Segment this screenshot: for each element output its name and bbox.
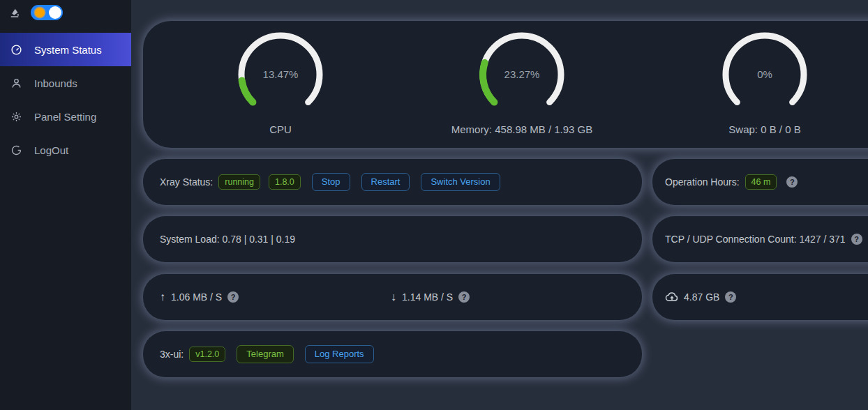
app-version-card: 3x-ui: v1.2.0 Telegram Log Reports: [143, 331, 642, 377]
xray-version-tag: 1.8.0: [269, 174, 301, 190]
cpu-gauge-label: CPU: [176, 123, 385, 135]
theme-color-icon: [8, 6, 21, 19]
dark-theme-toggle[interactable]: [31, 5, 63, 20]
cpu-gauge: 13.47% CPU: [176, 29, 385, 135]
user-icon: [10, 77, 22, 89]
stop-button[interactable]: Stop: [312, 173, 350, 191]
upload-arrow-icon: ↑: [160, 291, 165, 303]
operation-hours-card: Operation Hours: 46 m: [652, 159, 868, 205]
memory-gauge: 23.27% Memory: 458.98 MB / 1.93 GB: [417, 29, 627, 135]
logout-icon: [10, 144, 22, 156]
sidebar: System Status Inbounds Panel Setting: [0, 0, 131, 410]
toggle-knob: [49, 6, 61, 19]
network-speed-card: ↑ 1.06 MB / S ↓ 1.14 MB / S: [143, 274, 642, 320]
sidebar-item-logout[interactable]: LogOut: [0, 133, 131, 167]
gear-icon: [10, 111, 22, 123]
sun-icon: [35, 8, 45, 17]
swap-gauge-label: Swap: 0 B / 0 B: [660, 123, 868, 135]
download-arrow-icon: ↓: [391, 291, 396, 303]
main-content: 13.47% CPU 23.27% Memory: 458.98 MB / 1.…: [131, 0, 868, 410]
system-load-text: System Load: 0.78 | 0.31 | 0.19: [160, 234, 295, 245]
telegram-button[interactable]: Telegram: [237, 345, 293, 363]
download-speed-group: ↓ 1.14 MB / S: [391, 291, 470, 303]
total-traffic-text: 4.87 GB: [684, 291, 719, 303]
sidebar-item-label: System Status: [34, 44, 102, 56]
switch-version-button[interactable]: Switch Version: [421, 173, 500, 191]
operation-hours-tag: 46 m: [745, 174, 777, 190]
connection-count-card: TCP / UDP Connection Count: 1427 / 371: [652, 216, 868, 262]
gauges-card: 13.47% CPU 23.27% Memory: 458.98 MB / 1.…: [143, 21, 868, 148]
sidebar-item-label: LogOut: [34, 144, 68, 156]
xray-status-label: Xray Status:: [160, 176, 213, 188]
sidebar-item-label: Inbounds: [34, 77, 77, 89]
swap-gauge-value: 0%: [719, 68, 810, 80]
theme-row: [0, 0, 131, 26]
app-version-tag: v1.2.0: [189, 347, 225, 362]
cpu-gauge-value: 13.47%: [235, 68, 326, 80]
sidebar-nav: System Status Inbounds Panel Setting: [0, 33, 131, 167]
cloud-upload-icon: [665, 290, 679, 304]
memory-gauge-label: Memory: 458.98 MB / 1.93 GB: [417, 123, 627, 135]
total-traffic-help-icon[interactable]: [725, 291, 736, 303]
restart-button[interactable]: Restart: [361, 173, 410, 191]
xray-running-tag: running: [218, 174, 260, 190]
log-reports-button[interactable]: Log Reports: [305, 345, 374, 363]
total-traffic-card: 4.87 GB: [652, 274, 868, 320]
upload-speed-help-icon[interactable]: [227, 291, 239, 303]
download-speed-help-icon[interactable]: [458, 291, 470, 303]
connection-count-text: TCP / UDP Connection Count: 1427 / 371: [665, 234, 846, 245]
xray-status-card: Xray Status: running 1.8.0 Stop Restart …: [143, 159, 642, 205]
system-load-card: System Load: 0.78 | 0.31 | 0.19: [143, 216, 642, 262]
sidebar-item-label: Panel Setting: [34, 111, 96, 123]
app-name-label: 3x-ui:: [160, 349, 184, 360]
connection-count-help-icon[interactable]: [851, 234, 862, 245]
memory-gauge-value: 23.27%: [477, 68, 567, 80]
swap-gauge: 0% Swap: 0 B / 0 B: [660, 29, 868, 135]
operation-hours-label: Operation Hours:: [665, 176, 740, 188]
download-speed-text: 1.14 MB / S: [402, 291, 453, 303]
sidebar-item-system-status[interactable]: System Status: [0, 33, 131, 66]
dashboard-icon: [10, 44, 22, 56]
operation-hours-help-icon[interactable]: [786, 176, 798, 188]
sidebar-item-panel-setting[interactable]: Panel Setting: [0, 100, 131, 133]
sidebar-item-inbounds[interactable]: Inbounds: [0, 66, 131, 100]
upload-speed-text: 1.06 MB / S: [171, 291, 222, 303]
upload-speed-group: ↑ 1.06 MB / S: [160, 291, 239, 303]
